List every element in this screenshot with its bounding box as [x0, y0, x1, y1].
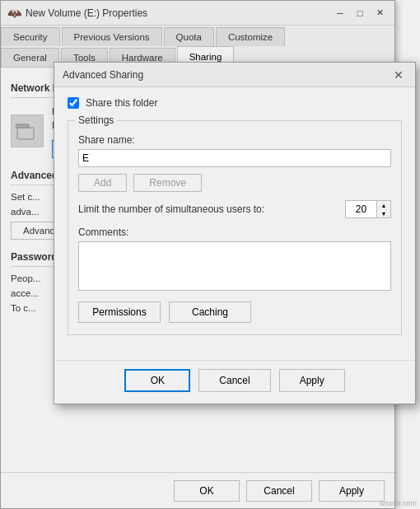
dialog-content: Share this folder Settings Share name: A… — [54, 87, 415, 357]
dialog-cancel-button[interactable]: Cancel — [198, 369, 270, 392]
advanced-sharing-dialog: Advanced Sharing ✕ Share this folder Set… — [54, 62, 416, 404]
settings-group: Settings Share name: Add Remove Limit th… — [68, 120, 402, 335]
permissions-button[interactable]: Permissions — [78, 301, 161, 323]
dialog-apply-button[interactable]: Apply — [279, 369, 345, 392]
share-name-input[interactable] — [78, 149, 391, 167]
add-remove-row: Add Remove — [78, 174, 391, 192]
dialog-ok-button[interactable]: OK — [124, 369, 190, 392]
simultaneous-row: Limit the number of simultaneous users t… — [78, 200, 391, 218]
dialog-close-button[interactable]: ✕ — [390, 67, 407, 83]
share-folder-row: Share this folder — [68, 97, 402, 109]
spinner-up-button[interactable]: ▲ — [377, 201, 390, 209]
modal-overlay: Advanced Sharing ✕ Share this folder Set… — [0, 0, 420, 509]
caching-button[interactable]: Caching — [169, 301, 251, 323]
share-folder-label: Share this folder — [86, 97, 157, 109]
comments-textarea[interactable] — [78, 241, 391, 291]
add-button[interactable]: Add — [78, 174, 127, 192]
simultaneous-spinner: ▲ ▼ — [345, 200, 391, 218]
spinner-down-button[interactable]: ▼ — [377, 209, 390, 217]
share-folder-checkbox[interactable] — [68, 97, 79, 109]
share-name-label: Share name: — [78, 134, 391, 146]
dialog-titlebar: Advanced Sharing ✕ — [54, 63, 415, 87]
simultaneous-label: Limit the number of simultaneous users t… — [78, 203, 338, 215]
dialog-bottom-buttons: OK Cancel Apply — [54, 360, 415, 404]
spinner-buttons: ▲ ▼ — [376, 200, 391, 218]
remove-button[interactable]: Remove — [133, 174, 202, 192]
dialog-title: Advanced Sharing — [63, 69, 143, 81]
simultaneous-input[interactable] — [345, 200, 376, 218]
settings-group-label: Settings — [75, 114, 117, 126]
permissions-caching-row: Permissions Caching — [78, 301, 391, 323]
comments-label: Comments: — [78, 226, 391, 238]
